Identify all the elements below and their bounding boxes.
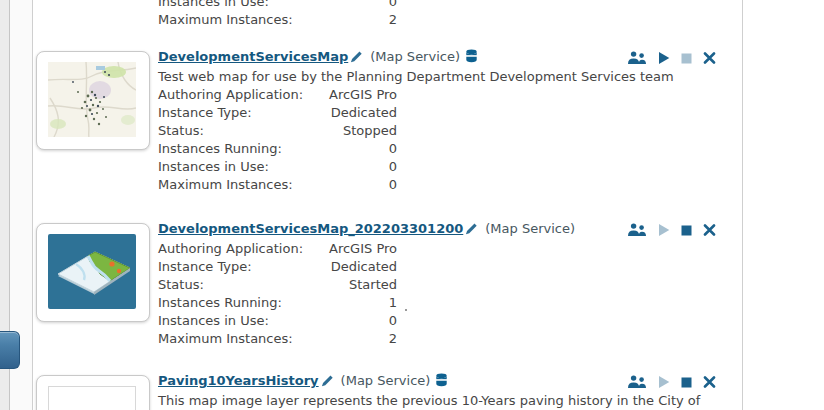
service-type-label: (Map Service)	[370, 49, 460, 64]
delete-icon	[703, 376, 716, 388]
property-row: Maximum Instances:0	[158, 176, 397, 194]
property-value: 2	[389, 11, 397, 29]
stop-icon	[681, 377, 692, 388]
property-row: Instance Type:Dedicated	[158, 104, 397, 122]
property-label: Maximum Instances:	[158, 176, 293, 194]
service-actions	[627, 223, 716, 237]
service-thumbnail	[36, 51, 150, 150]
property-label: Instances in Use:	[158, 312, 269, 330]
service-card: DevelopmentServicesMap_202203301200 (Map…	[36, 220, 742, 348]
property-label: Instance Type:	[158, 104, 252, 122]
start-icon	[658, 51, 670, 65]
service-actions	[627, 51, 716, 65]
property-label: Status:	[158, 276, 204, 294]
property-value: Started	[349, 276, 397, 294]
start-button[interactable]	[658, 375, 670, 389]
stop-icon	[681, 225, 692, 236]
property-value: Stopped	[343, 122, 397, 140]
stop-button[interactable]	[681, 377, 692, 388]
property-row: Status:Started	[158, 276, 397, 294]
property-value: Dedicated	[331, 258, 397, 276]
edit-pencil-icon[interactable]	[465, 222, 478, 240]
property-label: Instance Type:	[158, 258, 252, 276]
delete-button[interactable]	[703, 224, 716, 236]
users-button[interactable]	[627, 51, 647, 65]
services-list: Instances in Use:0Maximum Instances:2	[0, 0, 824, 410]
blank-preview-image	[48, 386, 136, 410]
database-icon	[465, 49, 478, 68]
property-row: Instances Running:0	[158, 140, 397, 158]
delete-button[interactable]	[703, 376, 716, 388]
stop-button[interactable]	[681, 53, 692, 64]
users-icon	[627, 51, 647, 65]
service-thumbnail	[36, 375, 150, 410]
property-row: Instance Type:Dedicated	[158, 258, 397, 276]
service-card: DevelopmentServicesMap (Map Service) Tes…	[36, 48, 742, 194]
property-row: Instances in Use:0	[158, 158, 397, 176]
service-thumbnail	[36, 223, 150, 322]
property-label: Authoring Application:	[158, 240, 303, 258]
property-row: Maximum Instances:2	[158, 330, 397, 348]
property-value: Dedicated	[331, 104, 397, 122]
property-label: Instances Running:	[158, 294, 282, 312]
delete-icon	[703, 52, 716, 64]
service-title-link[interactable]: Paving10YearsHistory	[158, 373, 319, 388]
property-label: Maximum Instances:	[158, 11, 293, 29]
users-icon	[627, 223, 647, 237]
users-button[interactable]	[627, 223, 647, 237]
property-value: ArcGIS Pro	[329, 86, 397, 104]
service-card: Paving10YearsHistory (Map Service) This …	[36, 372, 742, 410]
service-title-link[interactable]: DevelopmentServicesMap	[158, 49, 348, 64]
start-button[interactable]	[658, 51, 670, 65]
property-value: 1	[389, 294, 397, 312]
default-map-preview-image	[48, 234, 136, 309]
property-label: Instances in Use:	[158, 158, 269, 176]
property-row: Instances in Use:0	[158, 312, 397, 330]
stop-button[interactable]	[681, 225, 692, 236]
service-actions	[627, 375, 716, 389]
service-title-link[interactable]: DevelopmentServicesMap_202203301200	[158, 221, 463, 236]
property-value: 2	[389, 330, 397, 348]
database-icon	[435, 373, 448, 392]
property-label: Authoring Application:	[158, 86, 303, 104]
property-value: 0	[389, 0, 397, 11]
service-properties: Authoring Application:ArcGIS ProInstance…	[158, 86, 742, 194]
property-row: Authoring Application:ArcGIS Pro	[158, 240, 397, 258]
property-label: Maximum Instances:	[158, 330, 293, 348]
property-value: 0	[389, 176, 397, 194]
city-basemap-preview-image	[48, 62, 136, 137]
start-icon	[658, 375, 670, 389]
property-value: 0	[389, 158, 397, 176]
start-icon	[658, 223, 670, 237]
delete-button[interactable]	[703, 52, 716, 64]
property-row: Status:Stopped	[158, 122, 397, 140]
edit-pencil-icon[interactable]	[350, 50, 363, 68]
edit-pencil-icon[interactable]	[321, 374, 334, 392]
service-type-label: (Map Service)	[485, 221, 575, 236]
partial-service-properties: Instances in Use:0Maximum Instances:2	[158, 0, 397, 29]
service-type-label: (Map Service)	[341, 373, 431, 388]
property-row: Maximum Instances:2	[158, 11, 397, 29]
property-value: 0	[389, 140, 397, 158]
stop-icon	[681, 53, 692, 64]
property-label: Instances Running:	[158, 140, 282, 158]
users-icon	[627, 375, 647, 389]
service-description: Test web map for use by the Planning Dep…	[158, 68, 742, 86]
property-row: Instances Running:1	[158, 294, 397, 312]
property-value: ArcGIS Pro	[329, 240, 397, 258]
property-row: Instances in Use:0	[158, 0, 397, 11]
property-label: Status:	[158, 122, 204, 140]
users-button[interactable]	[627, 375, 647, 389]
service-description: This map image layer represents the prev…	[158, 392, 742, 410]
property-value: 0	[389, 312, 397, 330]
service-properties: Authoring Application:ArcGIS ProInstance…	[158, 240, 742, 348]
property-label: Instances in Use:	[158, 0, 269, 11]
start-button[interactable]	[658, 223, 670, 237]
delete-icon	[703, 224, 716, 236]
property-row: Authoring Application:ArcGIS Pro	[158, 86, 397, 104]
